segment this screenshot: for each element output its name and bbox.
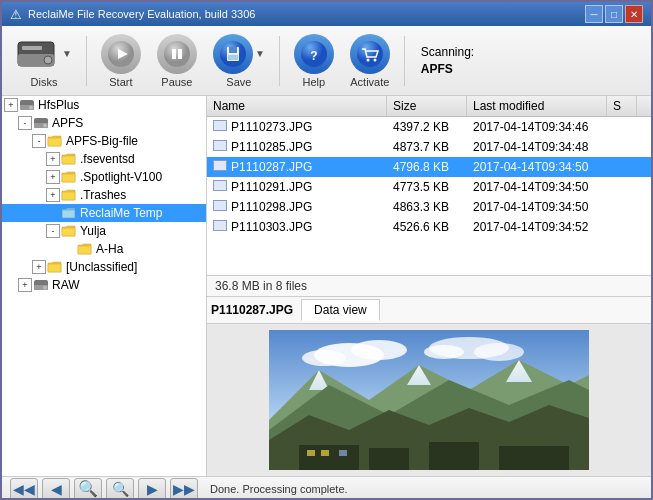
svg-rect-26	[62, 174, 75, 182]
file-row[interactable]: P1110285.JPG 4873.7 KB 2017-04-14T09:34:…	[207, 137, 651, 157]
svg-rect-29	[62, 228, 75, 236]
file-size-cell: 4397.2 KB	[387, 118, 467, 136]
file-modified-cell: 2017-04-14T09:34:48	[467, 138, 607, 156]
tree-item-trashes[interactable]: + .Trashes	[2, 186, 206, 204]
file-modified-cell: 2017-04-14T09:34:50	[467, 178, 607, 196]
start-button[interactable]: Start	[95, 32, 147, 90]
pause-button[interactable]: Pause	[151, 32, 203, 90]
disks-label: Disks	[31, 76, 58, 88]
folder-yulja-icon	[61, 223, 77, 239]
tree-item-apfs-big-file[interactable]: - APFS-Big-file	[2, 132, 206, 150]
spotlight-label: .Spotlight-V100	[80, 170, 162, 184]
folder-spotlight-icon	[61, 169, 77, 185]
svg-point-2	[44, 56, 52, 64]
trashes-label: .Trashes	[80, 188, 126, 202]
svg-rect-3	[22, 46, 42, 50]
raw-label: RAW	[52, 278, 80, 292]
file-modified-cell: 2017-04-14T09:34:50	[467, 158, 607, 176]
tree-panel: + HfsPlus - APFS - APFS-	[2, 96, 207, 476]
expand-yulja[interactable]: -	[46, 224, 60, 238]
svg-point-6	[164, 41, 190, 67]
svg-rect-52	[307, 450, 315, 456]
save-button[interactable]: ▼ Save	[207, 32, 271, 90]
file-icon	[213, 200, 227, 211]
file-name-cell: P1110273.JPG	[207, 118, 387, 136]
zoom-in-button[interactable]: 🔍	[74, 478, 102, 500]
file-icon	[213, 220, 227, 231]
start-label: Start	[109, 76, 132, 88]
a-ha-label: A-Ha	[96, 242, 123, 256]
file-modified-cell: 2017-04-14T09:34:52	[467, 218, 607, 236]
expand-trashes[interactable]: +	[46, 188, 60, 202]
file-row[interactable]: P1110291.JPG 4773.5 KB 2017-04-14T09:34:…	[207, 177, 651, 197]
nav-first-button[interactable]: ◀◀	[10, 478, 38, 500]
expand-apfs-big-file[interactable]: -	[32, 134, 46, 148]
expand-unclassified[interactable]: +	[32, 260, 46, 274]
nav-next-button[interactable]: ▶	[138, 478, 166, 500]
file-s-cell	[607, 145, 637, 149]
file-list[interactable]: Name Size Last modified S P1110273.JPG 4…	[207, 96, 651, 276]
tree-item-hfsplus[interactable]: + HfsPlus	[2, 96, 206, 114]
folder-reclaime-icon	[61, 205, 77, 221]
nav-last-button[interactable]: ▶▶	[170, 478, 198, 500]
col-header-modified[interactable]: Last modified	[467, 96, 607, 116]
minimize-button[interactable]: ─	[585, 5, 603, 23]
svg-rect-54	[339, 450, 347, 456]
close-button[interactable]: ✕	[625, 5, 643, 23]
expand-raw[interactable]: +	[18, 278, 32, 292]
expand-a-ha	[62, 242, 76, 256]
file-name-cell: P1110291.JPG	[207, 178, 387, 196]
maximize-button[interactable]: □	[605, 5, 623, 23]
nav-prev-button[interactable]: ◀	[42, 478, 70, 500]
svg-rect-24	[48, 138, 61, 146]
file-modified-cell: 2017-04-14T09:34:46	[467, 118, 607, 136]
folder-fseventsd-icon	[61, 151, 77, 167]
tree-item-unclassified[interactable]: + [Unclassified]	[2, 258, 206, 276]
help-button[interactable]: ? Help	[288, 32, 340, 90]
svg-rect-12	[228, 55, 238, 60]
file-size-cell: 4863.3 KB	[387, 198, 467, 216]
file-rows-container: P1110273.JPG 4397.2 KB 2017-04-14T09:34:…	[207, 117, 651, 237]
col-header-name[interactable]: Name	[207, 96, 387, 116]
svg-rect-11	[229, 47, 237, 53]
svg-rect-53	[321, 450, 329, 456]
tree-item-apfs[interactable]: - APFS	[2, 114, 206, 132]
file-s-cell	[607, 185, 637, 189]
expand-hfsplus[interactable]: +	[4, 98, 18, 112]
file-row[interactable]: P1110287.JPG 4796.8 KB 2017-04-14T09:34:…	[207, 157, 651, 177]
svg-rect-48	[299, 445, 359, 470]
file-icon	[213, 140, 227, 151]
help-icon: ?	[294, 34, 334, 74]
svg-point-20	[29, 106, 33, 110]
file-s-cell	[607, 225, 637, 229]
svg-rect-50	[429, 442, 479, 470]
file-row[interactable]: P1110273.JPG 4397.2 KB 2017-04-14T09:34:…	[207, 117, 651, 137]
main-area: + HfsPlus - APFS - APFS-	[2, 96, 651, 476]
tree-item-raw[interactable]: + RAW	[2, 276, 206, 294]
svg-point-38	[302, 350, 346, 366]
file-row[interactable]: P1110298.JPG 4863.3 KB 2017-04-14T09:34:…	[207, 197, 651, 217]
col-header-size[interactable]: Size	[387, 96, 467, 116]
app-icon: ⚠	[10, 7, 22, 22]
expand-apfs[interactable]: -	[18, 116, 32, 130]
expand-spotlight[interactable]: +	[46, 170, 60, 184]
tab-data-view[interactable]: Data view	[301, 299, 380, 321]
expand-fseventsd[interactable]: +	[46, 152, 60, 166]
svg-rect-51	[499, 446, 569, 470]
file-s-cell	[607, 205, 637, 209]
activate-button[interactable]: Activate	[344, 32, 396, 90]
tree-item-fseventsd[interactable]: + .fseventsd	[2, 150, 206, 168]
file-row[interactable]: P1110303.JPG 4526.6 KB 2017-04-14T09:34:…	[207, 217, 651, 237]
col-header-s[interactable]: S	[607, 96, 637, 116]
title-text: ReclaiMe File Recovery Evaluation, build…	[28, 8, 255, 20]
file-modified-cell: 2017-04-14T09:34:50	[467, 198, 607, 216]
start-icon	[101, 34, 141, 74]
disks-button[interactable]: ▼ Disks	[10, 32, 78, 90]
tree-item-reclaime-temp[interactable]: ReclaiMe Temp	[2, 204, 206, 222]
tree-item-spotlight[interactable]: + .Spotlight-V100	[2, 168, 206, 186]
tree-item-a-ha[interactable]: A-Ha	[2, 240, 206, 258]
zoom-out-button[interactable]: 🔍	[106, 478, 134, 500]
hdd-raw-icon	[33, 277, 49, 293]
tree-item-yulja[interactable]: - Yulja	[2, 222, 206, 240]
file-s-cell	[607, 125, 637, 129]
